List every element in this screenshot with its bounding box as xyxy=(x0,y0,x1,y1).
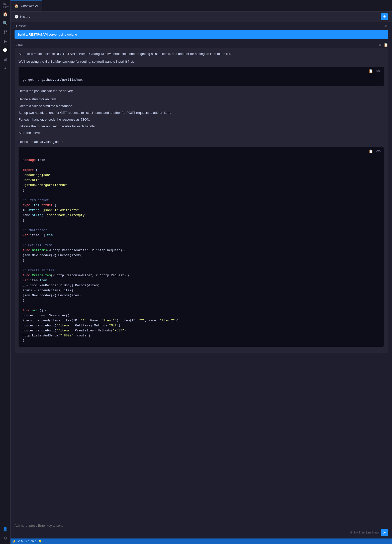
code-line: Name string `json:"name,omitempty"` xyxy=(23,213,380,218)
status-bar: ⚡ ⊘ 0 ⚠ 0 W 0 💡 xyxy=(11,538,392,544)
code-line: items = append(items, item) xyxy=(23,288,380,293)
code-line: // Get all items xyxy=(23,243,380,248)
sidebar-icon-user[interactable]: 👤 xyxy=(1,525,9,533)
pseudocode-header-text: Here's the pseudocode for the server: xyxy=(19,88,384,94)
pseudo-item: Initialize the router and set up routes … xyxy=(19,123,384,130)
question-label-text: Question : xyxy=(15,24,28,28)
question-text: build a RESTFul API server using golang xyxy=(18,33,77,36)
warning-count: 0 xyxy=(28,540,29,543)
code-line: router.HandleFunc("/items", GetItems).Me… xyxy=(23,323,380,328)
sidebar-icon-settings[interactable]: ⚙ xyxy=(1,534,9,542)
sidebar-icon-grid[interactable]: ⊞ xyxy=(1,55,9,63)
answer-intro-text: Sure, let's make a simple RESTFul API se… xyxy=(19,51,384,57)
code-line: items = append(items, Item{ID: "1", Name… xyxy=(23,318,380,323)
status-w: W 0 xyxy=(31,540,36,543)
code-line: router.HandleFunc("/items", CreateItem).… xyxy=(23,328,380,333)
code-line: // Item struct xyxy=(23,198,380,203)
input-bottom-bar: Shift + Enter Line break ➤ xyxy=(15,529,388,536)
expand-install-button[interactable]: </> xyxy=(375,68,381,73)
main-code-toolbar: 📋 </> xyxy=(19,147,384,155)
sidebar-icon-branch[interactable] xyxy=(1,28,9,36)
sidebar: GAI CHOY 🏠 🔍 ▶ 💬 ⊞ ✦ 👤 ⚙ xyxy=(0,0,11,544)
sidebar-icon-star[interactable]: ✦ xyxy=(1,64,9,72)
code-line: import ( xyxy=(23,168,380,173)
copy-install-button[interactable]: 📋 xyxy=(368,68,373,73)
status-error-count: ⊘ 0 xyxy=(18,540,23,543)
status-lightbulb: 💡 xyxy=(38,540,42,543)
tab-home-icon: 🏠 xyxy=(15,4,19,8)
code-header-text: Here's the actual Golang code: xyxy=(19,139,384,145)
pseudocode-list: Define a struct for an Item.Create a sli… xyxy=(19,96,384,136)
tab-chat-ai[interactable]: 🏠 Chat with Al xyxy=(11,0,42,11)
code-line: // "Database" xyxy=(23,228,380,233)
code-line xyxy=(23,193,380,198)
edit-icon[interactable]: ✏ xyxy=(385,24,388,28)
install-code-block: 📋 </> go get -u github.com/gorilla/mux xyxy=(19,67,384,86)
tab-label: Chat with Al xyxy=(21,4,38,8)
code-line xyxy=(23,263,380,268)
answer-gorilla-text: We'll be using the Gorilla Mux package f… xyxy=(19,59,384,64)
history-label: 🕐 History xyxy=(15,15,30,19)
answer-section-label: Answer : ↺ 📋 xyxy=(11,41,392,48)
code-line xyxy=(23,303,380,308)
code-line: json.NewEncoder(w).Encode(item) xyxy=(23,293,380,298)
main-panel: 🏠 Chat with Al 🕐 History + Question : ✏ … xyxy=(11,0,392,544)
gai-choy-label: GAI CHOY xyxy=(0,2,10,9)
code-line: http.ListenAndServe(":8000", router) xyxy=(23,333,380,338)
code-line: ) xyxy=(23,188,380,193)
code-line: router := mux.NewRouter() xyxy=(23,313,380,318)
answer-box: Sure, let's make a simple RESTFul API se… xyxy=(15,48,388,353)
question-box: build a RESTFul API server using golang xyxy=(15,30,388,39)
code-line: json.NewEncoder(w).Encode(items) xyxy=(23,253,380,258)
code-line: func main() { xyxy=(23,308,380,313)
send-button[interactable]: ➤ xyxy=(381,529,388,536)
sidebar-icon-arrow[interactable]: ▶ xyxy=(1,37,9,45)
code-line xyxy=(23,163,380,168)
install-cmd-text: go get -u github.com/gorilla/mux xyxy=(23,78,83,82)
main-code-content: package main import ( "encoding/json" "n… xyxy=(19,155,384,347)
warning-icon: ⚠ xyxy=(25,540,27,543)
code-line: func CreateItem(w http.ResponseWriter, r… xyxy=(23,273,380,278)
history-text: History xyxy=(20,15,30,19)
sidebar-icon-chat[interactable]: 💬 xyxy=(1,46,9,54)
topbar: 🏠 Chat with Al xyxy=(11,0,392,12)
code-line: } xyxy=(23,298,380,303)
code-line: _ = json.NewDecoder(r.Body).Decode(&item… xyxy=(23,283,380,288)
add-history-button[interactable]: + xyxy=(381,13,388,20)
svg-point-1 xyxy=(4,33,5,34)
copy-main-button[interactable]: 📋 xyxy=(368,149,373,154)
refresh-icon[interactable]: ↺ xyxy=(379,43,382,47)
install-code-toolbar: 📋 </> xyxy=(19,67,384,75)
sidebar-icon-home[interactable]: 🏠 xyxy=(1,10,9,18)
sidebar-icon-search[interactable]: 🔍 xyxy=(1,19,9,27)
code-line xyxy=(23,223,380,228)
code-line: } xyxy=(23,258,380,263)
install-code-content: go get -u github.com/gorilla/mux xyxy=(19,75,384,86)
pseudo-item: Start the server. xyxy=(19,130,384,136)
code-line: } xyxy=(23,218,380,223)
code-line: var items []Item xyxy=(23,233,380,238)
copy-icon-answer[interactable]: 📋 xyxy=(384,43,388,47)
status-warning-count: ⚠ 0 xyxy=(25,540,29,543)
code-line: func GetItems(w http.ResponseWriter, r *… xyxy=(23,248,380,253)
pseudo-item: Create a slice to simulate a database. xyxy=(19,103,384,110)
chat-input[interactable] xyxy=(15,524,388,527)
lightbulb-icon: 💡 xyxy=(38,540,42,543)
code-line xyxy=(23,238,380,243)
code-line: } xyxy=(23,338,380,343)
input-hint-text: Shift + Enter Line break xyxy=(350,531,379,534)
history-bar: 🕐 History + xyxy=(11,12,392,22)
expand-main-button[interactable]: </> xyxy=(375,149,381,154)
w-text: W 0 xyxy=(31,540,36,543)
code-line: var item Item xyxy=(23,278,380,283)
input-area: Shift + Enter Line break ➤ xyxy=(11,521,392,538)
chat-area: Question : ✏ build a RESTFul API server … xyxy=(11,22,392,521)
code-line: "net/http" xyxy=(23,178,380,183)
svg-point-0 xyxy=(4,31,5,32)
pseudo-item: For each handler, encode the response as… xyxy=(19,116,384,123)
error-count: 0 xyxy=(21,540,23,543)
lightning-icon: ⚡ xyxy=(13,540,16,543)
history-icon: 🕐 xyxy=(15,15,19,19)
status-lightning: ⚡ xyxy=(13,540,16,543)
code-line: ID string `json:"id,omitempty"` xyxy=(23,208,380,213)
